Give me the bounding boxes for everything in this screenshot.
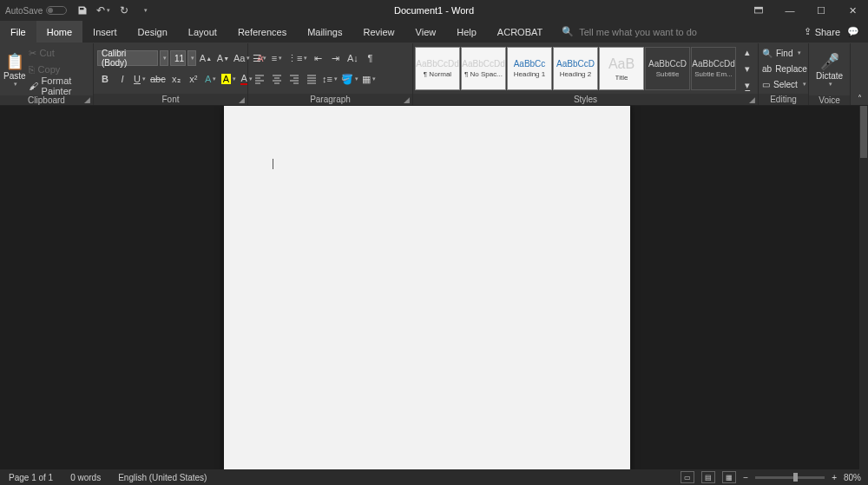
style-item-2[interactable]: AaBbCcHeading 1 [507,47,552,90]
close-button[interactable]: ✕ [837,0,868,21]
underline-button[interactable]: U▾ [132,71,148,87]
format-painter-button[interactable]: 🖌Format Painter [28,78,99,94]
subscript-button[interactable]: x₂ [168,71,184,87]
bullets-button[interactable]: ☰▾ [252,50,267,66]
group-voice: 🎤 Dictate ▾ Voice [809,43,851,105]
zoom-slider[interactable] [755,476,825,479]
sort-button[interactable]: A↓ [345,50,360,66]
comments-button[interactable]: 💬 [847,26,859,37]
clipboard-icon: 📋 [5,52,24,71]
scissors-icon: ✂ [29,48,36,59]
font-name-combo[interactable]: Calibri (Body) [97,50,158,66]
strikethrough-button[interactable]: abc [149,71,167,87]
title-bar: AutoSave ↶▾ ↻ ▾ Document1 - Word ― ☐ ✕ [0,0,868,21]
paragraph-launcher[interactable]: ◢ [402,95,411,104]
collapse-ribbon-button[interactable]: ˄ [854,94,865,103]
tab-home[interactable]: Home [36,21,82,43]
text-effects-button[interactable]: A▾ [203,71,219,87]
paste-button[interactable]: 📋 Paste ▾ [3,45,26,94]
tab-review[interactable]: Review [353,21,405,43]
tab-design[interactable]: Design [128,21,178,43]
shading-button[interactable]: 🪣▾ [340,71,359,87]
cut-button[interactable]: ✂Cut [28,45,82,61]
group-paragraph: ☰▾ ≡▾ ⋮≡▾ ⇤ ⇥ A↓ ¶ ↕≡▾ 🪣▾ ▦▾ Paragraph◢ [248,43,413,105]
style-item-1[interactable]: AaBbCcDd¶ No Spac... [461,47,506,90]
highlight-button[interactable]: A▾ [220,71,237,87]
style-item-5[interactable]: AaBbCcDSubtitle [645,47,690,90]
select-button[interactable]: ▭Select▾ [762,77,807,92]
decrease-indent-button[interactable]: ⇤ [310,50,326,66]
tab-layout[interactable]: Layout [178,21,227,43]
font-size-dropdown[interactable]: ▾ [187,50,196,66]
vertical-scrollbar[interactable] [859,106,868,469]
tab-acrobat[interactable]: ACROBAT [487,21,553,43]
align-center-button[interactable] [269,71,285,87]
tab-file[interactable]: File [0,21,36,43]
styles-gallery[interactable]: AaBbCcDd¶ NormalAaBbCcDd¶ No Spac...AaBb… [415,47,736,90]
redo-button[interactable]: ↻ [117,3,131,17]
style-item-3[interactable]: AaBbCcDHeading 2 [553,47,598,90]
ribbon-display-button[interactable] [743,0,774,21]
superscript-button[interactable]: x² [186,71,201,87]
group-styles: AaBbCcDd¶ NormalAaBbCcDd¶ No Spac...AaBb… [413,43,759,105]
minimize-button[interactable]: ― [774,0,806,21]
numbering-button[interactable]: ≡▾ [269,50,285,66]
window-title: Document1 - Word [394,5,474,16]
document-area[interactable] [0,106,859,469]
qat-customize-button[interactable]: ▾ [138,3,152,17]
align-left-button[interactable] [252,71,267,87]
font-size-combo[interactable]: 11 [170,50,186,66]
read-mode-button[interactable]: ▭ [681,471,694,483]
tell-me-search[interactable]: 🔍 Tell me what you want to do [562,21,803,43]
svg-rect-1 [755,7,763,9]
line-spacing-button[interactable]: ↕≡▾ [321,71,339,87]
tab-insert[interactable]: Insert [82,21,128,43]
font-name-dropdown[interactable]: ▾ [160,50,168,66]
scroll-thumb[interactable] [860,106,867,158]
borders-button[interactable]: ▦▾ [361,71,377,87]
bold-button[interactable]: B [97,71,113,87]
tab-help[interactable]: Help [446,21,487,43]
language-status[interactable]: English (United States) [109,473,215,482]
styles-scroll-down[interactable]: ▾ [740,61,755,76]
styles-more-button[interactable]: ▾̲ [740,77,755,93]
zoom-level[interactable]: 80% [844,473,861,482]
multilevel-button[interactable]: ⋮≡▾ [286,50,308,66]
style-item-4[interactable]: AaBTitle [599,47,644,90]
mic-icon: 🎤 [820,52,839,71]
undo-button[interactable]: ↶▾ [96,3,110,17]
align-right-button[interactable] [286,71,302,87]
replace-button[interactable]: abReplace [762,62,807,76]
clipboard-launcher[interactable]: ◢ [82,95,91,104]
grow-font-button[interactable]: A▲ [198,50,214,66]
tab-mailings[interactable]: Mailings [297,21,352,43]
autosave-toggle[interactable]: AutoSave [5,6,67,16]
print-layout-button[interactable]: ▤ [701,471,715,483]
styles-launcher[interactable]: ◢ [747,95,756,104]
justify-button[interactable] [304,71,319,87]
style-item-0[interactable]: AaBbCcDd¶ Normal [415,47,460,90]
text-cursor [273,159,273,169]
show-marks-button[interactable]: ¶ [362,50,378,66]
group-clipboard: 📋 Paste ▾ ✂Cut ⎘Copy 🖌Format Painter Cli… [0,43,94,105]
word-count[interactable]: 0 words [62,473,109,482]
tab-view[interactable]: View [405,21,447,43]
find-button[interactable]: 🔍Find▾ [762,46,807,61]
maximize-button[interactable]: ☐ [806,0,837,21]
zoom-out-button[interactable]: − [743,473,748,482]
web-layout-button[interactable]: ▦ [722,471,736,483]
zoom-in-button[interactable]: + [832,473,837,482]
italic-button[interactable]: I [115,71,130,87]
share-button[interactable]: ⇪ Share [804,26,840,37]
font-launcher[interactable]: ◢ [237,95,246,104]
style-item-6[interactable]: AaBbCcDdSubtle Em... [691,47,736,90]
page-status[interactable]: Page 1 of 1 [0,473,62,482]
save-button[interactable] [76,3,89,17]
tab-references[interactable]: References [227,21,297,43]
dictate-button[interactable]: 🎤 Dictate ▾ [812,45,846,94]
document-page[interactable] [224,106,630,469]
copy-icon: ⎘ [29,64,35,75]
shrink-font-button[interactable]: A▼ [215,50,231,66]
increase-indent-button[interactable]: ⇥ [327,50,343,66]
styles-scroll-up[interactable]: ▴ [740,44,755,60]
